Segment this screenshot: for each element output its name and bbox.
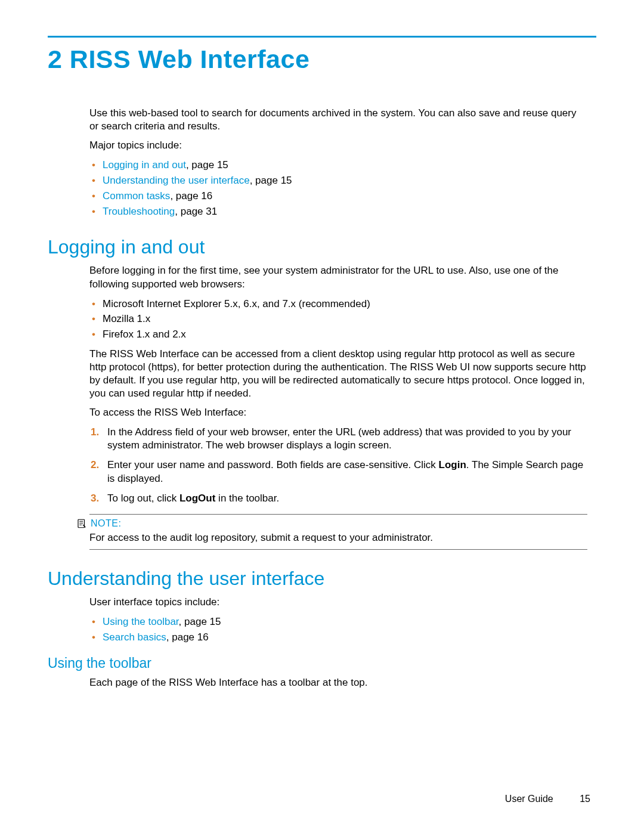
note-rule-top (89, 514, 587, 515)
access-steps: In the Address field of your web browser… (89, 426, 587, 506)
topic-suffix: , page 15 (179, 616, 221, 627)
intro-topics-lead: Major topics include: (89, 139, 587, 152)
topic-suffix: , page 16 (170, 190, 212, 202)
list-item: Firefox 1.x and 2.x (89, 327, 587, 342)
topic-suffix: , page 15 (250, 175, 292, 186)
topic-suffix: , page 16 (166, 631, 209, 643)
bold-logout: LogOut (179, 493, 215, 504)
bold-login: Login (439, 459, 466, 470)
page-footer: User Guide 15 (505, 794, 590, 804)
list-item: Microsoft Internet Explorer 5.x, 6.x, an… (89, 297, 587, 311)
subsection-heading-toolbar: Using the toolbar (48, 655, 587, 671)
list-item: Common tasks, page 16 (89, 189, 587, 203)
logging-paragraph: The RISS Web Interface can be accessed f… (89, 348, 587, 400)
browser-list: Microsoft Internet Explorer 5.x, 6.x, an… (89, 297, 587, 342)
topic-suffix: , page 15 (186, 159, 228, 171)
topic-link[interactable]: Logging in and out (103, 159, 186, 171)
note-text: For access to the audit log repository, … (89, 531, 587, 544)
understanding-topic-list: Using the toolbar, page 15 Search basics… (89, 615, 587, 645)
section-heading-understanding: Understanding the user interface (48, 568, 587, 590)
note-block: NOTE: For access to the audit log reposi… (89, 514, 587, 550)
logging-paragraph: Before logging in for the first time, se… (89, 264, 587, 290)
list-item: Understanding the user interface, page 1… (89, 174, 587, 188)
intro-topic-list: Logging in and out, page 15 Understandin… (89, 158, 587, 218)
list-item: Search basics, page 16 (89, 630, 587, 645)
note-icon (76, 518, 87, 529)
step-item: In the Address field of your web browser… (89, 426, 587, 453)
understanding-section: Understanding the user interface User in… (89, 568, 587, 689)
understanding-paragraph: User interface topics include: (89, 596, 587, 609)
topic-link[interactable]: Search basics (103, 631, 166, 643)
chapter-title: 2 RISS Web Interface (48, 45, 596, 74)
note-rule-bottom (89, 549, 587, 550)
page: 2 RISS Web Interface Use this web-based … (0, 0, 644, 833)
step-text: in the toolbar. (215, 493, 279, 504)
intro-block: Use this web-based tool to search for do… (89, 107, 587, 218)
toolbar-paragraph: Each page of the RISS Web Interface has … (89, 676, 587, 689)
footer-page-number: 15 (580, 794, 590, 804)
topic-link[interactable]: Troubleshooting (103, 206, 175, 217)
step-text: To log out, click (107, 493, 179, 504)
intro-paragraph: Use this web-based tool to search for do… (89, 107, 587, 133)
note-header: NOTE: (76, 518, 587, 529)
topic-link[interactable]: Common tasks (103, 190, 170, 202)
step-item: To log out, click LogOut in the toolbar. (89, 492, 587, 506)
logging-paragraph: To access the RISS Web Interface: (89, 406, 587, 419)
chapter-rule (48, 36, 596, 38)
step-item: Enter your user name and password. Both … (89, 459, 587, 486)
topic-link[interactable]: Using the toolbar (103, 616, 179, 627)
step-text: Enter your user name and password. Both … (107, 459, 439, 470)
topic-link[interactable]: Understanding the user interface (103, 175, 250, 186)
note-label: NOTE: (91, 518, 121, 529)
list-item: Mozilla 1.x (89, 312, 587, 326)
list-item: Logging in and out, page 15 (89, 158, 587, 172)
list-item: Using the toolbar, page 15 (89, 615, 587, 629)
svg-rect-0 (78, 519, 85, 528)
section-heading-logging: Logging in and out (48, 236, 587, 258)
topic-suffix: , page 31 (175, 206, 217, 217)
footer-guide-label: User Guide (505, 794, 553, 804)
list-item: Troubleshooting, page 31 (89, 205, 587, 219)
logging-section: Logging in and out Before logging in for… (89, 236, 587, 550)
